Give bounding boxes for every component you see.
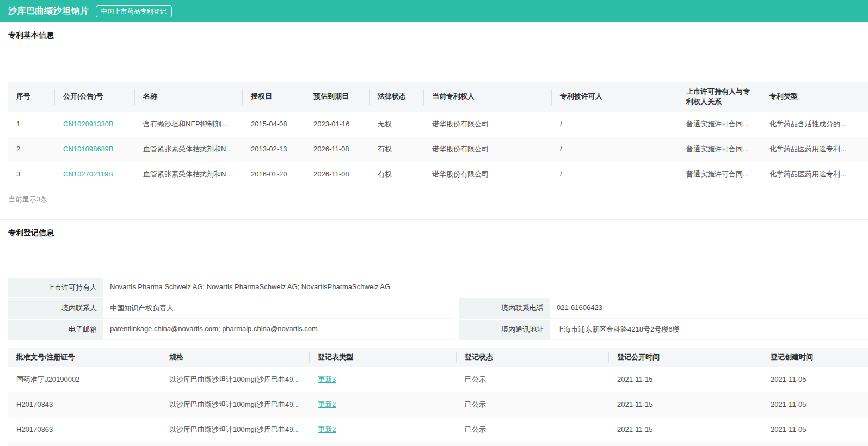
- cell-reg-form: 更新2: [309, 392, 456, 417]
- cell-approval-no: H20170343: [8, 392, 161, 417]
- spacer: [452, 298, 459, 319]
- cell-legal-status: 无权: [369, 112, 423, 137]
- col-publish-date: 登记公开时间: [608, 348, 762, 367]
- patent-basic-header-row: 序号 公开(公告)号 名称 授权日 预估到期日 法律状态 当前专利权人 专利被许…: [8, 82, 868, 112]
- cell-est-expiry: 2026-11-08: [305, 137, 369, 162]
- patent-number-link[interactable]: CN102091330B: [63, 120, 114, 128]
- col-create-date: 登记创建时间: [762, 348, 868, 367]
- col-licensee: 专利被许可人: [551, 82, 678, 112]
- col-reg-form: 登记表类型: [309, 348, 456, 367]
- registration-header-row: 批准文号/注册证号 规格 登记表类型 登记状态 登记公开时间 登记创建时间: [8, 348, 868, 367]
- cell-create-date: 2021-11-05: [762, 442, 868, 446]
- phone-value: 021-61606423: [550, 298, 868, 319]
- col-grant-date: 授权日: [242, 82, 305, 112]
- section-title-patent-basic: 专利基本信息: [0, 22, 868, 48]
- cell-name: 含有缬沙坦和NEP抑制剂的...: [134, 112, 242, 137]
- drug-title: 沙库巴曲缬沙坦钠片: [8, 5, 89, 17]
- patent-basic-table: 序号 公开(公告)号 名称 授权日 预估到期日 法律状态 当前专利权人 专利被许…: [8, 82, 868, 187]
- table-row: H20170363 以沙库巴曲缬沙坦计100mg(沙库巴曲49... 更新2 已…: [8, 417, 868, 442]
- col-approval-no: 批准文号/注册证号: [8, 348, 161, 367]
- col-patentee: 当前专利权人: [423, 82, 551, 112]
- col-est-expiry: 预估到期日: [305, 82, 369, 112]
- cell-index: 3: [8, 162, 54, 187]
- cell-patentee: 诺华股份有限公司: [423, 112, 551, 137]
- cell-index: 2: [8, 137, 54, 162]
- cell-holder-relation: 普通实施许可合同...: [678, 112, 761, 137]
- email-label: 电子邮箱: [8, 320, 103, 340]
- cell-licensee: /: [551, 162, 678, 187]
- cell-reg-status: 已公示: [456, 442, 608, 446]
- cell-spec: 以沙库巴曲缬沙坦计100mg(沙库巴曲49...: [161, 442, 309, 446]
- cell-pub-no: CN101098689B: [54, 137, 134, 162]
- cell-publish-date: 2021-11-15: [608, 367, 762, 392]
- top-header-bar: 沙库巴曲缬沙坦钠片 中国上市药品专利登记: [0, 0, 868, 22]
- cell-patentee: 诺华股份有限公司: [423, 162, 551, 187]
- cell-patent-type: 化学药品医药用途专利...: [761, 137, 868, 162]
- info-row-holder: 上市许可持有人 Novartis Pharma Schweiz AG; Nova…: [8, 278, 868, 297]
- table-row: 2 CN101098689B 血管紧张素受体拮抗剂和N... 2013-02-1…: [8, 137, 868, 162]
- cell-reg-form: 更新3: [309, 442, 456, 446]
- cell-approval-no: 国药准字J20190002: [8, 367, 161, 392]
- table-row: H20170343 以沙库巴曲缬沙坦计100mg(沙库巴曲49... 更新2 已…: [8, 392, 868, 417]
- patent-number-link[interactable]: CN101098689B: [63, 145, 114, 153]
- col-reg-status: 登记状态: [456, 348, 608, 367]
- cell-holder-relation: 普通实施许可合同...: [678, 137, 761, 162]
- cell-spec: 以沙库巴曲缬沙坦计100mg(沙库巴曲49...: [161, 417, 309, 442]
- cell-grant-date: 2016-01-20: [242, 162, 305, 187]
- cell-holder-relation: 普通实施许可合同...: [678, 162, 761, 187]
- table-row: 国药准字J20171054 以沙库巴曲缬沙坦计100mg(沙库巴曲49... 更…: [8, 442, 868, 446]
- cell-reg-form: 更新2: [309, 417, 456, 442]
- cell-create-date: 2021-11-05: [762, 367, 868, 392]
- cell-index: 1: [8, 112, 54, 137]
- cell-publish-date: 2021-11-15: [608, 417, 762, 442]
- cell-create-date: 2021-11-05: [762, 417, 868, 442]
- cell-approval-no: H20170363: [8, 417, 161, 442]
- cell-create-date: 2021-11-05: [762, 392, 868, 417]
- cell-patent-type: 化学药品医药用途专利...: [761, 162, 868, 187]
- cell-name: 血管紧张素受体拮抗剂和N...: [134, 162, 242, 187]
- registration-info-block: 上市许可持有人 Novartis Pharma Schweiz AG; Nova…: [8, 278, 868, 340]
- cell-est-expiry: 2023-01-16: [305, 112, 369, 137]
- update-link[interactable]: 更新3: [318, 375, 336, 383]
- col-index: 序号: [8, 82, 54, 112]
- spacer: [0, 246, 868, 278]
- col-spec: 规格: [161, 348, 309, 367]
- cell-pub-no: CN102091330B: [54, 112, 134, 137]
- cell-licensee: /: [551, 112, 678, 137]
- cell-reg-status: 已公示: [456, 367, 608, 392]
- cell-patentee: 诺华股份有限公司: [423, 137, 551, 162]
- cell-pub-no: CN102702119B: [54, 162, 134, 187]
- update-link[interactable]: 更新2: [318, 425, 336, 433]
- col-legal-status: 法律状态: [369, 82, 423, 112]
- update-link[interactable]: 更新2: [318, 400, 336, 408]
- cell-reg-status: 已公示: [456, 417, 608, 442]
- row-count-note: 当前显示3条: [0, 187, 868, 212]
- registration-table: 批准文号/注册证号 规格 登记表类型 登记状态 登记公开时间 登记创建时间 国药…: [8, 348, 868, 446]
- col-name: 名称: [134, 82, 242, 112]
- cell-legal-status: 有权: [369, 162, 423, 187]
- info-row-contact-phone: 境内联系人 中国知识产权负责人 境内联系电话 021-61606423: [8, 298, 868, 319]
- cell-patent-type: 化学药品含活性成分的...: [761, 112, 868, 137]
- spacer: [0, 48, 868, 82]
- holder-value: Novartis Pharma Schweiz AG; Novartis Pha…: [103, 278, 868, 297]
- registry-badge: 中国上市药品专利登记: [96, 5, 172, 17]
- cell-grant-date: 2015-04-08: [242, 112, 305, 137]
- section-title-patent-registration: 专利登记信息: [0, 219, 868, 246]
- cell-spec: 以沙库巴曲缬沙坦计100mg(沙库巴曲49...: [161, 392, 309, 417]
- phone-label: 境内联系电话: [459, 298, 550, 319]
- cell-name: 血管紧张素受体拮抗剂和N...: [134, 137, 242, 162]
- domestic-contact-label: 境内联系人: [8, 298, 103, 319]
- info-row-email-address: 电子邮箱 patentlinkage.china@novartis.com; p…: [8, 320, 868, 340]
- cell-publish-date: 2021-11-15: [608, 392, 762, 417]
- col-patent-type: 专利类型: [761, 82, 868, 112]
- cell-reg-form: 更新3: [309, 367, 456, 392]
- cell-approval-no: 国药准字J20171054: [8, 442, 161, 446]
- cell-legal-status: 有权: [369, 137, 423, 162]
- address-label: 境内通讯地址: [459, 320, 550, 340]
- table-row: 1 CN102091330B 含有缬沙坦和NEP抑制剂的... 2015-04-…: [8, 112, 868, 137]
- domestic-contact-value: 中国知识产权负责人: [103, 298, 452, 319]
- cell-licensee: /: [551, 137, 678, 162]
- col-holder-relation: 上市许可持有人与专利权人关系: [678, 82, 761, 112]
- patent-number-link[interactable]: CN102702119B: [63, 170, 113, 178]
- col-pub-no: 公开(公告)号: [54, 82, 134, 112]
